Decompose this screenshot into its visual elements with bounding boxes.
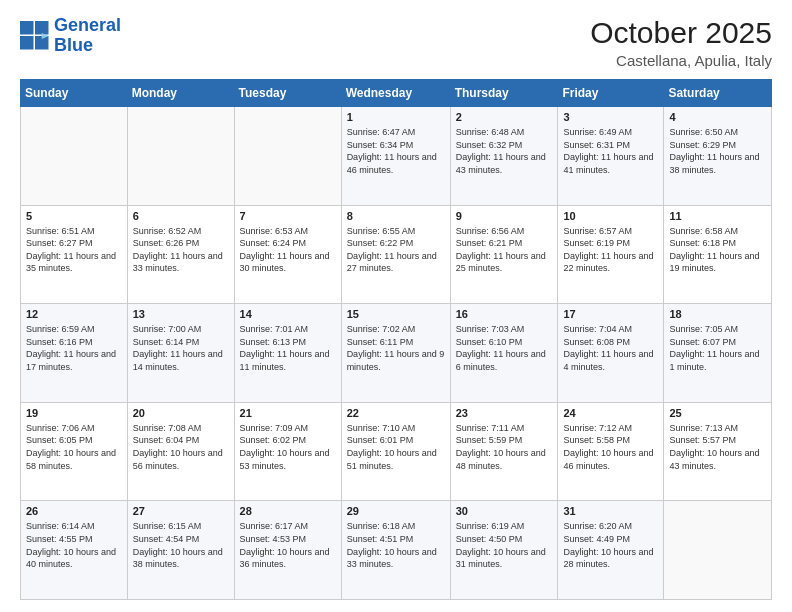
day-cell: 14Sunrise: 7:01 AM Sunset: 6:13 PM Dayli… <box>234 304 341 403</box>
day-info: Sunrise: 7:05 AM Sunset: 6:07 PM Dayligh… <box>669 323 766 373</box>
day-number: 31 <box>563 505 658 517</box>
day-info: Sunrise: 6:57 AM Sunset: 6:19 PM Dayligh… <box>563 225 658 275</box>
day-info: Sunrise: 7:09 AM Sunset: 6:02 PM Dayligh… <box>240 422 336 472</box>
day-number: 23 <box>456 407 553 419</box>
day-info: Sunrise: 7:13 AM Sunset: 5:57 PM Dayligh… <box>669 422 766 472</box>
day-info: Sunrise: 6:56 AM Sunset: 6:21 PM Dayligh… <box>456 225 553 275</box>
day-cell: 17Sunrise: 7:04 AM Sunset: 6:08 PM Dayli… <box>558 304 664 403</box>
day-cell: 1Sunrise: 6:47 AM Sunset: 6:34 PM Daylig… <box>341 107 450 206</box>
day-cell <box>664 501 772 600</box>
week-row-2: 5Sunrise: 6:51 AM Sunset: 6:27 PM Daylig… <box>21 205 772 304</box>
day-number: 26 <box>26 505 122 517</box>
day-number: 17 <box>563 308 658 320</box>
day-number: 22 <box>347 407 445 419</box>
day-number: 25 <box>669 407 766 419</box>
day-info: Sunrise: 7:00 AM Sunset: 6:14 PM Dayligh… <box>133 323 229 373</box>
day-number: 16 <box>456 308 553 320</box>
day-cell: 6Sunrise: 6:52 AM Sunset: 6:26 PM Daylig… <box>127 205 234 304</box>
day-number: 20 <box>133 407 229 419</box>
day-cell: 15Sunrise: 7:02 AM Sunset: 6:11 PM Dayli… <box>341 304 450 403</box>
day-info: Sunrise: 6:48 AM Sunset: 6:32 PM Dayligh… <box>456 126 553 176</box>
day-number: 11 <box>669 210 766 222</box>
day-cell: 10Sunrise: 6:57 AM Sunset: 6:19 PM Dayli… <box>558 205 664 304</box>
day-cell <box>21 107 128 206</box>
day-info: Sunrise: 6:49 AM Sunset: 6:31 PM Dayligh… <box>563 126 658 176</box>
week-row-3: 12Sunrise: 6:59 AM Sunset: 6:16 PM Dayli… <box>21 304 772 403</box>
day-info: Sunrise: 6:59 AM Sunset: 6:16 PM Dayligh… <box>26 323 122 373</box>
day-cell <box>127 107 234 206</box>
day-cell: 21Sunrise: 7:09 AM Sunset: 6:02 PM Dayli… <box>234 402 341 501</box>
day-number: 24 <box>563 407 658 419</box>
day-info: Sunrise: 6:47 AM Sunset: 6:34 PM Dayligh… <box>347 126 445 176</box>
page: General Blue October 2025 Castellana, Ap… <box>0 0 792 612</box>
day-info: Sunrise: 6:20 AM Sunset: 4:49 PM Dayligh… <box>563 520 658 570</box>
day-cell: 25Sunrise: 7:13 AM Sunset: 5:57 PM Dayli… <box>664 402 772 501</box>
col-friday: Friday <box>558 80 664 107</box>
week-row-5: 26Sunrise: 6:14 AM Sunset: 4:55 PM Dayli… <box>21 501 772 600</box>
day-number: 9 <box>456 210 553 222</box>
day-number: 2 <box>456 111 553 123</box>
title-block: October 2025 Castellana, Apulia, Italy <box>590 16 772 69</box>
day-cell: 19Sunrise: 7:06 AM Sunset: 6:05 PM Dayli… <box>21 402 128 501</box>
week-row-1: 1Sunrise: 6:47 AM Sunset: 6:34 PM Daylig… <box>21 107 772 206</box>
day-number: 29 <box>347 505 445 517</box>
day-info: Sunrise: 6:18 AM Sunset: 4:51 PM Dayligh… <box>347 520 445 570</box>
day-cell: 18Sunrise: 7:05 AM Sunset: 6:07 PM Dayli… <box>664 304 772 403</box>
day-cell: 13Sunrise: 7:00 AM Sunset: 6:14 PM Dayli… <box>127 304 234 403</box>
day-cell: 22Sunrise: 7:10 AM Sunset: 6:01 PM Dayli… <box>341 402 450 501</box>
day-number: 5 <box>26 210 122 222</box>
day-info: Sunrise: 7:06 AM Sunset: 6:05 PM Dayligh… <box>26 422 122 472</box>
calendar-title: October 2025 <box>590 16 772 50</box>
day-info: Sunrise: 7:10 AM Sunset: 6:01 PM Dayligh… <box>347 422 445 472</box>
day-cell: 27Sunrise: 6:15 AM Sunset: 4:54 PM Dayli… <box>127 501 234 600</box>
col-wednesday: Wednesday <box>341 80 450 107</box>
logo-line2: Blue <box>54 36 121 56</box>
day-cell: 29Sunrise: 6:18 AM Sunset: 4:51 PM Dayli… <box>341 501 450 600</box>
day-number: 13 <box>133 308 229 320</box>
day-cell: 23Sunrise: 7:11 AM Sunset: 5:59 PM Dayli… <box>450 402 558 501</box>
day-cell: 16Sunrise: 7:03 AM Sunset: 6:10 PM Dayli… <box>450 304 558 403</box>
svg-rect-0 <box>20 21 34 35</box>
day-number: 1 <box>347 111 445 123</box>
day-cell: 28Sunrise: 6:17 AM Sunset: 4:53 PM Dayli… <box>234 501 341 600</box>
day-info: Sunrise: 6:14 AM Sunset: 4:55 PM Dayligh… <box>26 520 122 570</box>
day-info: Sunrise: 6:19 AM Sunset: 4:50 PM Dayligh… <box>456 520 553 570</box>
day-cell: 2Sunrise: 6:48 AM Sunset: 6:32 PM Daylig… <box>450 107 558 206</box>
day-info: Sunrise: 6:50 AM Sunset: 6:29 PM Dayligh… <box>669 126 766 176</box>
calendar-table: Sunday Monday Tuesday Wednesday Thursday… <box>20 79 772 600</box>
day-number: 30 <box>456 505 553 517</box>
day-info: Sunrise: 6:52 AM Sunset: 6:26 PM Dayligh… <box>133 225 229 275</box>
day-number: 6 <box>133 210 229 222</box>
header-row: Sunday Monday Tuesday Wednesday Thursday… <box>21 80 772 107</box>
svg-rect-1 <box>35 21 49 35</box>
day-number: 12 <box>26 308 122 320</box>
day-info: Sunrise: 7:03 AM Sunset: 6:10 PM Dayligh… <box>456 323 553 373</box>
day-cell: 20Sunrise: 7:08 AM Sunset: 6:04 PM Dayli… <box>127 402 234 501</box>
day-cell: 8Sunrise: 6:55 AM Sunset: 6:22 PM Daylig… <box>341 205 450 304</box>
day-number: 14 <box>240 308 336 320</box>
day-number: 10 <box>563 210 658 222</box>
day-info: Sunrise: 7:02 AM Sunset: 6:11 PM Dayligh… <box>347 323 445 373</box>
week-row-4: 19Sunrise: 7:06 AM Sunset: 6:05 PM Dayli… <box>21 402 772 501</box>
day-number: 18 <box>669 308 766 320</box>
col-thursday: Thursday <box>450 80 558 107</box>
day-info: Sunrise: 6:17 AM Sunset: 4:53 PM Dayligh… <box>240 520 336 570</box>
svg-rect-2 <box>20 36 34 50</box>
calendar-subtitle: Castellana, Apulia, Italy <box>590 52 772 69</box>
day-number: 4 <box>669 111 766 123</box>
day-cell: 31Sunrise: 6:20 AM Sunset: 4:49 PM Dayli… <box>558 501 664 600</box>
col-monday: Monday <box>127 80 234 107</box>
day-cell: 3Sunrise: 6:49 AM Sunset: 6:31 PM Daylig… <box>558 107 664 206</box>
day-cell: 7Sunrise: 6:53 AM Sunset: 6:24 PM Daylig… <box>234 205 341 304</box>
day-cell: 5Sunrise: 6:51 AM Sunset: 6:27 PM Daylig… <box>21 205 128 304</box>
day-info: Sunrise: 7:12 AM Sunset: 5:58 PM Dayligh… <box>563 422 658 472</box>
col-saturday: Saturday <box>664 80 772 107</box>
day-number: 15 <box>347 308 445 320</box>
day-info: Sunrise: 7:08 AM Sunset: 6:04 PM Dayligh… <box>133 422 229 472</box>
day-info: Sunrise: 7:11 AM Sunset: 5:59 PM Dayligh… <box>456 422 553 472</box>
day-info: Sunrise: 6:55 AM Sunset: 6:22 PM Dayligh… <box>347 225 445 275</box>
day-info: Sunrise: 6:15 AM Sunset: 4:54 PM Dayligh… <box>133 520 229 570</box>
day-number: 19 <box>26 407 122 419</box>
day-number: 21 <box>240 407 336 419</box>
day-info: Sunrise: 6:51 AM Sunset: 6:27 PM Dayligh… <box>26 225 122 275</box>
